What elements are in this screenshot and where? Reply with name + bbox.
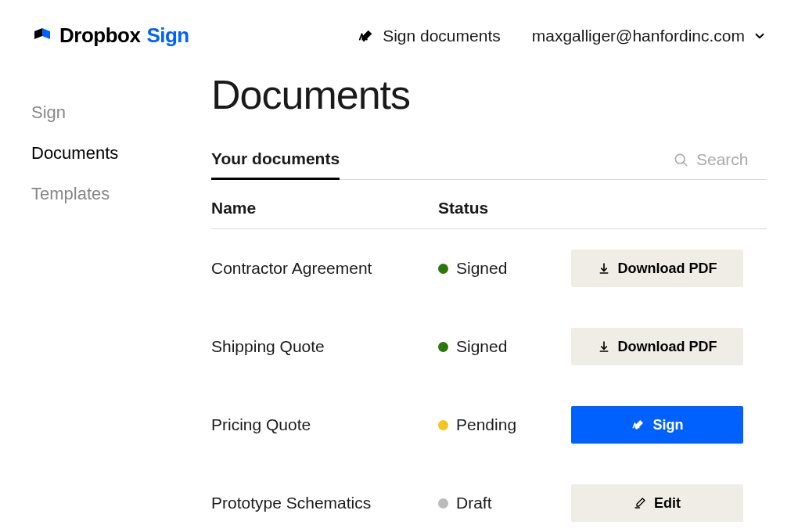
table-header: Name Status xyxy=(211,180,767,229)
sidebar-item-sign[interactable]: Sign xyxy=(31,102,211,123)
search-icon xyxy=(673,152,688,167)
brand-logo[interactable]: Dropbox Sign xyxy=(31,23,189,48)
document-status: Signed xyxy=(438,259,571,278)
download-pdf-button[interactable]: Download PDF xyxy=(571,328,743,365)
document-name: Pricing Quote xyxy=(211,415,438,434)
svg-line-4 xyxy=(684,163,687,166)
search xyxy=(673,150,767,178)
user-menu[interactable]: maxgalliger@hanfordinc.com xyxy=(532,27,767,45)
signature-icon xyxy=(631,418,645,432)
sidebar-item-documents[interactable]: Documents xyxy=(31,143,211,164)
main-content: Documents Your documents Name Status xyxy=(211,63,767,532)
status-dot-icon xyxy=(438,342,448,352)
status-label: Draft xyxy=(456,494,492,512)
brand-word-dropbox: Dropbox xyxy=(59,23,140,48)
sidebar-item-label: Documents xyxy=(31,143,118,163)
button-label: Edit xyxy=(654,495,681,512)
status-dot-icon xyxy=(438,498,448,509)
status-label: Signed xyxy=(456,259,507,278)
user-email: maxgalliger@hanfordinc.com xyxy=(532,27,745,45)
status-label: Pending xyxy=(456,415,516,434)
document-name: Shipping Quote xyxy=(211,337,438,356)
download-icon xyxy=(598,262,610,275)
signature-icon xyxy=(358,27,375,45)
table-row: Shipping Quote Signed Download PDF xyxy=(211,307,767,386)
column-header-name: Name xyxy=(211,199,438,217)
document-status: Pending xyxy=(438,415,571,434)
document-name: Prototype Schematics xyxy=(211,494,438,512)
document-name: Contractor Agreement xyxy=(211,259,438,278)
sidebar-item-label: Templates xyxy=(31,184,110,203)
page-title: Documents xyxy=(211,71,767,118)
table-row: Contractor Agreement Signed Download PDF xyxy=(211,229,767,307)
chevron-down-icon xyxy=(753,29,767,43)
sign-documents-link[interactable]: Sign documents xyxy=(358,27,501,45)
search-input[interactable] xyxy=(696,150,767,169)
download-pdf-button[interactable]: Download PDF xyxy=(571,250,743,287)
tabs-row: Your documents xyxy=(211,149,767,180)
status-label: Signed xyxy=(456,337,507,356)
tab-your-documents[interactable]: Your documents xyxy=(211,149,340,180)
button-label: Download PDF xyxy=(618,261,717,277)
table-row: Prototype Schematics Draft Edit xyxy=(211,464,767,532)
edit-icon xyxy=(634,497,646,509)
column-header-status: Status xyxy=(438,199,571,217)
document-status: Signed xyxy=(438,337,571,356)
status-dot-icon xyxy=(438,420,448,430)
sidebar-item-templates[interactable]: Templates xyxy=(31,184,211,204)
button-label: Download PDF xyxy=(618,339,717,355)
table-row: Pricing Quote Pending Sign xyxy=(211,386,767,464)
status-dot-icon xyxy=(438,264,448,274)
edit-button[interactable]: Edit xyxy=(571,484,743,522)
dropbox-sign-logo-icon xyxy=(31,25,53,47)
sidebar-item-label: Sign xyxy=(31,102,66,122)
download-icon xyxy=(598,340,610,353)
sidebar: Sign Documents Templates xyxy=(31,63,211,532)
sign-button[interactable]: Sign xyxy=(571,406,743,444)
brand-word-sign: Sign xyxy=(146,23,189,48)
tab-label: Your documents xyxy=(211,149,340,167)
button-label: Sign xyxy=(653,417,684,433)
sign-documents-label: Sign documents xyxy=(383,27,501,45)
svg-marker-1 xyxy=(42,28,50,39)
header: Dropbox Sign Sign documents maxgalliger@… xyxy=(0,0,798,63)
document-status: Draft xyxy=(438,494,571,512)
